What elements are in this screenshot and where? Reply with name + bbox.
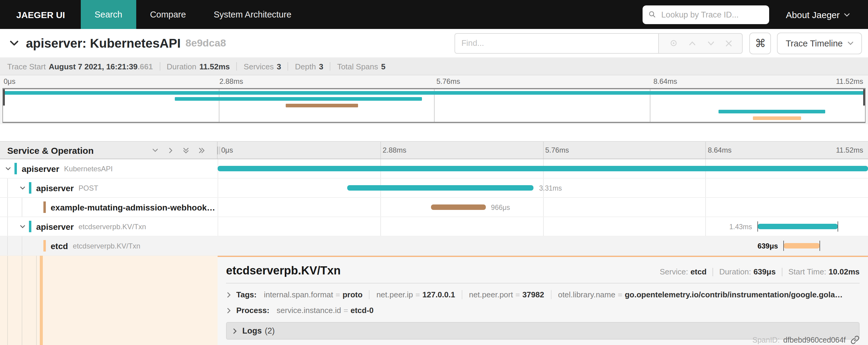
service-name: etcd	[51, 241, 68, 251]
find-next-icon[interactable]	[707, 40, 715, 46]
span-row-apiserver-kubernetesapi[interactable]: apiserverKubernetesAPI	[0, 159, 868, 178]
logs-label: Logs	[242, 326, 262, 335]
minimap-scrubber-handle-right[interactable]	[863, 89, 865, 106]
find-group	[455, 33, 743, 53]
span-id-row: SpanID: dfbebd960ced064f	[752, 335, 860, 344]
process-row[interactable]: Process: service.instance.id=etcd-0	[226, 306, 860, 315]
tag-value: etcd-0	[350, 306, 374, 315]
tag-equals: =	[516, 290, 520, 299]
tick-label: 8.64ms	[708, 146, 732, 154]
summary-item-services: Services3	[244, 62, 281, 71]
gridline	[706, 142, 706, 159]
trace-id-lookup-input[interactable]	[660, 9, 763, 20]
span-color-strip	[29, 182, 31, 194]
tree-guide-line	[7, 198, 8, 217]
summary-item-total-spans: Total Spans5	[337, 62, 385, 71]
nav-item-system-architecture[interactable]: System Architecture	[200, 0, 305, 29]
span-detail-header: etcdserverpb.KV/Txn Service:etcdDuration…	[226, 257, 860, 278]
tag-otel-library-name: otel.library.name=go.opentelemetry.io/co…	[551, 290, 843, 299]
minimap-span-bar	[286, 104, 358, 107]
tag-service-instance-id: service.instance.id=etcd-0	[277, 306, 374, 315]
selected-span-color-band	[40, 256, 43, 345]
tree-guide-line	[7, 217, 8, 236]
tag-key: otel.library.name	[558, 290, 615, 299]
locate-span-icon[interactable]	[669, 38, 678, 48]
expand-all-icon[interactable]	[198, 146, 206, 154]
tag-net-peer-port: net.peer.port=37982	[462, 290, 544, 299]
expand-one-icon[interactable]	[167, 146, 174, 154]
span-row-example-mutating-admission-webhook-span[interactable]: example-mutating-admission-webhook…966μs	[0, 198, 868, 217]
summary-label: Duration	[167, 62, 196, 71]
span-name-cell[interactable]: etcdetcdserverpb.KV/Txn	[0, 236, 218, 255]
trace-header-tools: ⌘ Trace Timeline	[455, 32, 868, 54]
deep-link-icon[interactable]	[850, 335, 860, 344]
find-input[interactable]	[455, 33, 659, 53]
process-label: Process:	[236, 306, 270, 315]
chevron-down-icon	[844, 12, 850, 17]
span-bar-cell[interactable]: 966μs	[218, 198, 868, 217]
span-boundary-tick	[819, 241, 820, 251]
tags-row[interactable]: Tags: internal.span.format=protonet.peer…	[226, 290, 860, 299]
span-bar-cell[interactable]: 639μs	[218, 236, 868, 255]
tree-guide-line	[22, 198, 22, 217]
summary-item-trace-start: Trace StartAugust 7 2021, 16:21:39.661	[7, 62, 153, 71]
summary-separator	[237, 62, 237, 70]
minimap-ticks: 0μs2.88ms5.76ms8.64ms11.52ms	[0, 76, 868, 88]
nav-item-search[interactable]: Search	[81, 0, 136, 29]
span-bar[interactable]	[218, 166, 868, 171]
minimap-span-bar	[718, 110, 826, 113]
service-name: apiserver	[36, 222, 74, 231]
overview-separator	[782, 267, 782, 276]
span-duration-label: 1.43ms	[730, 223, 752, 230]
minimap-canvas[interactable]	[2, 88, 866, 123]
span-rows: apiserverKubernetesAPIapiserverPOST3.31m…	[0, 159, 868, 256]
find-prev-icon[interactable]	[689, 40, 696, 46]
span-bar-cell[interactable]: 1.43ms	[218, 217, 868, 236]
collapse-one-icon[interactable]	[151, 147, 159, 154]
span-boundary-tick	[783, 241, 784, 251]
trace-view-selector[interactable]: Trace Timeline	[777, 32, 862, 54]
span-bar-cell[interactable]	[218, 159, 868, 178]
span-color-strip	[29, 221, 31, 232]
tag-key: net.peer.ip	[376, 290, 413, 299]
span-name-cell[interactable]: apiserveretcdserverpb.KV/Txn	[0, 217, 218, 236]
tag-internal-span-format: internal.span.format=proto	[264, 290, 362, 299]
tag-value: 37982	[522, 290, 544, 299]
tag-net-peer-ip: net.peer.ip=127.0.0.1	[369, 290, 455, 299]
span-name-cell[interactable]: apiserverKubernetesAPI	[0, 159, 218, 178]
top-nav: JAEGER UI SearchCompareSystem Architectu…	[0, 0, 868, 29]
nav-item-compare[interactable]: Compare	[136, 0, 200, 29]
expand-chevron-icon[interactable]	[5, 165, 11, 172]
tag-equals: =	[415, 290, 420, 299]
column-resizer-handle[interactable]	[217, 147, 220, 154]
expand-chevron-icon[interactable]	[19, 184, 26, 191]
span-bar-cell[interactable]: 3.31ms	[218, 178, 868, 197]
trace-id-lookup[interactable]	[643, 5, 769, 24]
clear-find-icon[interactable]	[725, 39, 733, 47]
span-bar[interactable]	[347, 185, 533, 191]
tree-guide-line	[22, 256, 22, 345]
overview-value: 10.02ms	[829, 267, 860, 276]
minimap-scrubber-handle-left[interactable]	[3, 89, 5, 106]
app-brand[interactable]: JAEGER UI	[0, 0, 81, 29]
span-bar[interactable]	[757, 224, 838, 229]
span-bar[interactable]	[431, 204, 486, 210]
keyboard-shortcuts-button[interactable]: ⌘	[749, 32, 771, 54]
span-row-etcd-etcdserverpb-kv-txn[interactable]: etcdetcdserverpb.KV/Txn639μs	[0, 236, 868, 256]
expand-chevron-icon[interactable]	[19, 223, 26, 230]
about-jaeger-menu[interactable]: About Jaeger	[786, 9, 850, 20]
tag-value: proto	[342, 290, 362, 299]
span-bar[interactable]	[783, 243, 820, 249]
span-name-cell[interactable]: apiserverPOST	[0, 178, 218, 197]
trace-summary-bar: Trace StartAugust 7 2021, 16:21:39.661Du…	[0, 58, 868, 76]
operation-name: KubernetesAPI	[64, 164, 113, 173]
tags-label: Tags:	[236, 290, 256, 299]
collapse-trace-chevron-icon[interactable]	[8, 37, 20, 49]
about-jaeger-label: About Jaeger	[786, 9, 840, 20]
span-color-strip	[14, 163, 17, 174]
span-row-apiserver-post[interactable]: apiserverPOST3.31ms	[0, 178, 868, 198]
collapse-all-icon[interactable]	[182, 146, 190, 154]
overview-item-duration: Duration:639μs	[719, 267, 775, 276]
span-row-apiserver-etcdserverpb-kv-txn[interactable]: apiserveretcdserverpb.KV/Txn1.43ms	[0, 217, 868, 236]
span-name-cell[interactable]: example-mutating-admission-webhook…	[0, 198, 218, 217]
